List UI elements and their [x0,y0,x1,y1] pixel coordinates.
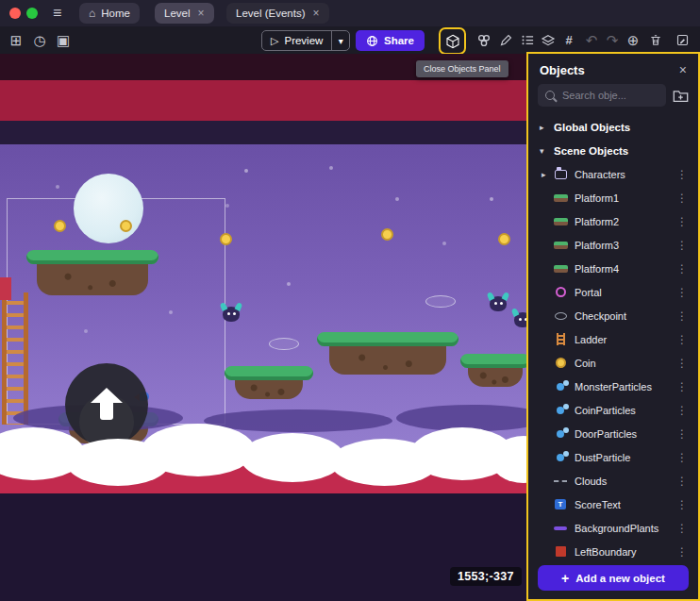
search-input[interactable] [560,89,658,102]
close-icon[interactable]: × [679,62,687,77]
object-row-Platform2[interactable]: ▸ Platform2 ⋮ [528,209,698,233]
section-global-objects[interactable]: ▸ Global Objects [528,115,698,139]
object-row-Coin[interactable]: ▸ Coin ⋮ [528,351,698,375]
preview-button[interactable]: ▷ Preview ▾ [261,30,350,51]
kebab-menu-icon[interactable]: ⋮ [674,215,691,228]
kebab-menu-icon[interactable]: ⋮ [674,451,691,464]
particles-icon [557,430,564,438]
coin-object[interactable] [498,233,510,245]
chevron-down-icon[interactable]: ▾ [332,36,349,46]
platform-object[interactable] [317,332,458,375]
object-row-DustParticle[interactable]: ▸ DustParticle ⋮ [528,445,698,469]
kebab-menu-icon[interactable]: ⋮ [674,333,691,346]
instances-list-icon[interactable] [517,26,538,54]
object-row-Checkpoint[interactable]: ▸ Checkpoint ⋮ [528,304,698,327]
object-row-Platform1[interactable]: ▸ Platform1 ⋮ [528,186,698,209]
kebab-menu-icon[interactable]: ⋮ [674,427,691,441]
checkpoint-object[interactable] [269,338,299,350]
object-row-Characters[interactable]: ▸ Characters ⋮ [528,162,698,186]
object-row-Platform3[interactable]: ▸ Platform3 ⋮ [528,233,698,257]
ladder-object[interactable] [2,292,28,425]
tab-label: Level (Events) [236,8,306,19]
tab-level-events[interactable]: Level (Events) × [226,3,329,24]
move-up-arrow-overlay[interactable] [65,363,148,446]
share-label: Share [384,35,414,46]
layout-grid-icon[interactable]: ⊞ [6,26,26,54]
kebab-menu-icon[interactable]: ⋮ [674,522,691,535]
object-row-DoorParticles[interactable]: ▸ DoorParticles ⋮ [528,422,698,445]
object-row-CoinParticles[interactable]: ▸ CoinParticles ⋮ [528,398,698,422]
monster-object[interactable] [490,296,507,311]
platform-object[interactable] [460,354,530,387]
kebab-menu-icon[interactable]: ⋮ [674,357,691,370]
kebab-menu-icon[interactable]: ⋮ [674,239,691,252]
platform-object[interactable] [26,250,158,295]
section-label: Scene Objects [554,145,628,157]
object-label: ScoreText [575,499,674,510]
text-icon [555,499,566,509]
object-label: DoorParticles [575,428,674,440]
section-scene-objects[interactable]: ▾ Scene Objects [528,139,698,162]
left-boundary-object[interactable] [0,277,11,300]
coin-object[interactable] [54,220,66,232]
kebab-menu-icon[interactable]: ⋮ [674,404,691,417]
platform-object[interactable] [225,366,313,399]
object-row-ScoreText[interactable]: ▸ ScoreText ⋮ [528,492,698,516]
kebab-menu-icon[interactable]: ⋮ [674,498,691,511]
kebab-menu-icon[interactable]: ⋮ [674,192,691,205]
kebab-menu-icon[interactable]: ⋮ [674,309,691,323]
particles-icon [557,454,564,461]
object-row-Ladder[interactable]: ▸ Ladder ⋮ [528,327,698,351]
image-icon[interactable]: ▣ [53,26,74,54]
search-row [528,84,698,107]
objects-panel-toggle-button[interactable] [439,27,466,55]
object-row-MonsterParticles[interactable]: ▸ MonsterParticles ⋮ [528,375,698,398]
window-zoom-button[interactable] [26,8,38,19]
object-row-LeftBoundary[interactable]: ▸ LeftBoundary ⋮ [528,540,698,563]
coin-object[interactable] [120,220,132,232]
kebab-menu-icon[interactable]: ⋮ [674,380,691,393]
object-row-Clouds[interactable]: ▸ Clouds ⋮ [528,469,698,492]
kebab-menu-icon[interactable]: ⋮ [674,475,691,488]
trash-icon[interactable] [645,26,666,54]
coin-icon [556,358,566,368]
undo-icon[interactable]: ↶ [581,26,602,54]
cloud-object[interactable] [142,424,255,476]
kebab-menu-icon[interactable]: ⋮ [674,262,691,275]
object-groups-icon[interactable] [474,26,494,54]
object-label: Characters [575,169,674,180]
search-box[interactable] [538,84,666,107]
clock-icon[interactable]: ◷ [29,26,50,54]
share-button[interactable]: Share [356,30,425,51]
edit-scene-icon[interactable] [672,26,692,54]
object-row-Portal[interactable]: ▸ Portal ⋮ [528,280,698,304]
moon-object[interactable] [74,174,143,243]
object-label: DustParticle [575,452,674,463]
layers-icon[interactable] [538,26,558,54]
add-new-object-button[interactable]: + Add a new object [538,565,689,591]
cloud-object[interactable] [241,433,344,482]
tab-level[interactable]: Level × [155,3,214,24]
add-folder-icon[interactable] [673,89,689,103]
kebab-menu-icon[interactable]: ⋮ [674,286,691,299]
tab-close-icon[interactable]: × [313,7,320,20]
pencil-icon[interactable] [495,26,516,54]
object-label: Coin [575,358,674,369]
hamburger-menu-icon[interactable]: ≡ [53,0,61,26]
coin-object[interactable] [220,233,232,245]
checkpoint-object[interactable] [425,295,456,308]
tab-home[interactable]: ⌂ Home [79,3,140,24]
object-list: ▸ Characters ⋮ ▸ Platform1 ⋮ ▸ Platform2… [528,162,698,563]
object-row-Platform4[interactable]: ▸ Platform4 ⋮ [528,257,698,280]
monster-object[interactable] [223,307,240,322]
zoom-in-icon[interactable]: ⊕ [623,26,643,54]
checkpoint-icon [555,312,567,320]
tab-close-icon[interactable]: × [198,7,205,20]
redo-icon[interactable]: ↷ [602,26,623,54]
object-row-BackgroundPlants[interactable]: ▸ BackgroundPlants ⋮ [528,516,698,540]
kebab-menu-icon[interactable]: ⋮ [674,545,691,559]
window-close-button[interactable] [9,8,21,19]
kebab-menu-icon[interactable]: ⋮ [674,168,691,181]
coin-object[interactable] [381,228,393,241]
grid-icon[interactable]: # [558,26,579,54]
